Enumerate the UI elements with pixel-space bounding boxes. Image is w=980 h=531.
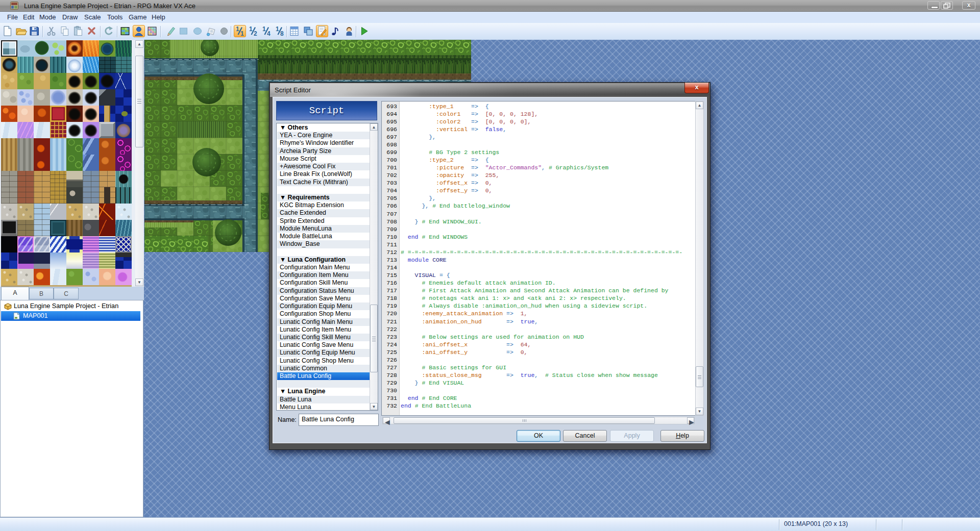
svg-text:8: 8 xyxy=(280,30,284,37)
svg-text:1: 1 xyxy=(249,26,253,33)
svg-text:1: 1 xyxy=(262,26,266,33)
svg-text:1: 1 xyxy=(240,30,244,37)
svg-text:1: 1 xyxy=(276,26,279,33)
svg-text:4: 4 xyxy=(267,30,271,37)
svg-text:1: 1 xyxy=(236,26,239,33)
svg-text:2: 2 xyxy=(254,30,257,37)
